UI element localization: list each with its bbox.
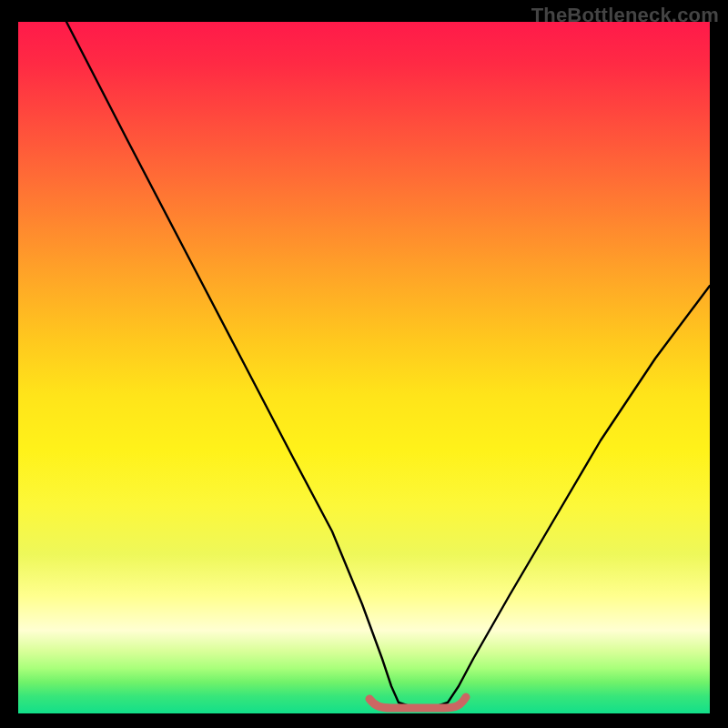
bottleneck-curve-path [66,22,710,706]
plot-area [18,22,710,713]
curve-layer [18,22,710,713]
chart-frame: TheBottleneck.com [0,0,728,728]
